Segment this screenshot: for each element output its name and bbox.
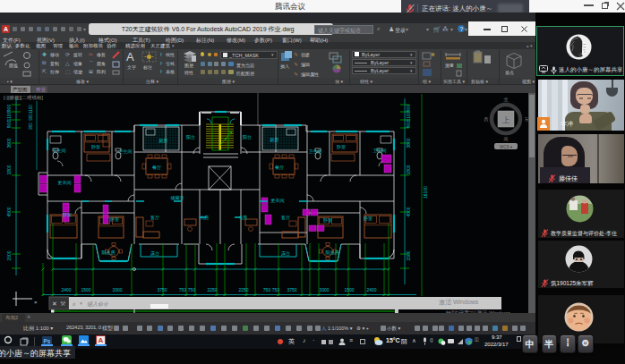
- svg-text:3300: 3300: [319, 287, 329, 292]
- svg-text:×: ×: [34, 300, 38, 305]
- svg-text:3300: 3300: [112, 287, 122, 292]
- svg-text:阳光房: 阳光房: [326, 250, 339, 256]
- svg-text:1500: 1500: [344, 287, 354, 292]
- svg-text:上: 上: [502, 115, 510, 124]
- svg-text:更衣间: 更衣间: [271, 198, 285, 204]
- svg-text:1500: 1500: [81, 287, 90, 292]
- svg-text:4500: 4500: [6, 207, 12, 216]
- svg-text:激活 Windows: 激活 Windows: [439, 299, 479, 306]
- svg-text:750: 750: [263, 287, 271, 292]
- svg-text:1500: 1500: [406, 250, 411, 260]
- svg-text:卫生间: 卫生间: [309, 148, 322, 155]
- svg-text:2250: 2250: [207, 287, 217, 292]
- svg-text:卧室: 卧室: [110, 216, 119, 222]
- svg-text:900: 900: [406, 105, 411, 113]
- svg-text:1100: 1100: [406, 111, 411, 121]
- svg-text:卧室: 卧室: [323, 217, 332, 223]
- svg-text:东: 东: [525, 116, 529, 122]
- svg-text:750: 750: [179, 287, 187, 292]
- svg-text:厨房: 厨房: [158, 138, 167, 143]
- svg-text:北: 北: [504, 97, 509, 103]
- svg-text:南: 南: [504, 136, 509, 141]
- svg-text:900: 900: [6, 121, 12, 129]
- svg-text:阳光房: 阳光房: [102, 250, 116, 256]
- svg-text:2400: 2400: [61, 287, 71, 292]
- svg-text:卫生间: 卫生间: [373, 148, 387, 154]
- svg-text:[-][俯视][二维线框]: [-][俯视][二维线框]: [4, 95, 43, 101]
- svg-text:露台: 露台: [150, 250, 159, 257]
- svg-text:900: 900: [406, 121, 411, 129]
- svg-text:1100: 1100: [29, 105, 33, 114]
- svg-text:餐厅: 餐厅: [275, 165, 284, 170]
- svg-text:卫生间: 卫生间: [119, 148, 133, 155]
- svg-text:1800: 1800: [406, 165, 411, 174]
- svg-text:书房: 书房: [238, 215, 247, 220]
- svg-text:客厅: 客厅: [281, 215, 290, 220]
- svg-text:卧室: 卧室: [91, 144, 100, 149]
- svg-text:书房: 书房: [200, 215, 209, 220]
- svg-text:3600: 3600: [406, 138, 411, 148]
- svg-text:卧室: 卧室: [63, 212, 72, 217]
- svg-text:3750: 3750: [157, 287, 167, 292]
- svg-text:✕: ✕: [52, 301, 57, 307]
- svg-text:露台: 露台: [281, 250, 290, 257]
- svg-text:2250: 2250: [238, 287, 248, 292]
- svg-text:键入命令: 键入命令: [87, 301, 109, 307]
- svg-text:900: 900: [6, 105, 12, 113]
- svg-text:WCS ▾: WCS ▾: [500, 145, 513, 149]
- svg-text:储藏室: 储藏室: [170, 195, 184, 201]
- svg-text:3600: 3600: [6, 138, 12, 148]
- svg-text:2400: 2400: [366, 287, 376, 292]
- svg-text:阳台: 阳台: [243, 134, 252, 140]
- svg-text:750: 750: [188, 287, 196, 292]
- svg-text:餐厅: 餐厅: [152, 165, 161, 170]
- svg-text:4500: 4500: [406, 207, 411, 216]
- svg-text:更衣间: 更衣间: [58, 180, 72, 186]
- svg-text:1800: 1800: [6, 165, 12, 174]
- svg-text:西: 西: [484, 116, 489, 123]
- svg-text:900: 900: [29, 114, 33, 121]
- svg-text:▾: ▾: [80, 301, 82, 306]
- svg-text:900: 900: [29, 123, 33, 130]
- svg-text:卧室: 卧室: [364, 216, 372, 221]
- svg-text:客厅: 客厅: [150, 215, 159, 220]
- svg-text:⚒: ⚒: [60, 301, 65, 307]
- svg-text:卧室: 卧室: [337, 144, 346, 149]
- svg-text:3750: 3750: [287, 287, 296, 292]
- svg-text:750: 750: [272, 287, 280, 292]
- svg-text:1500: 1500: [6, 250, 12, 260]
- svg-text:16100: 16100: [423, 186, 428, 199]
- svg-text:1100: 1100: [6, 111, 12, 121]
- svg-text:卫生间: 卫生间: [53, 148, 66, 154]
- svg-text:阳台: 阳台: [186, 134, 195, 140]
- svg-text:⌕: ⌕: [72, 301, 76, 307]
- svg-text:厨房: 厨房: [270, 137, 278, 142]
